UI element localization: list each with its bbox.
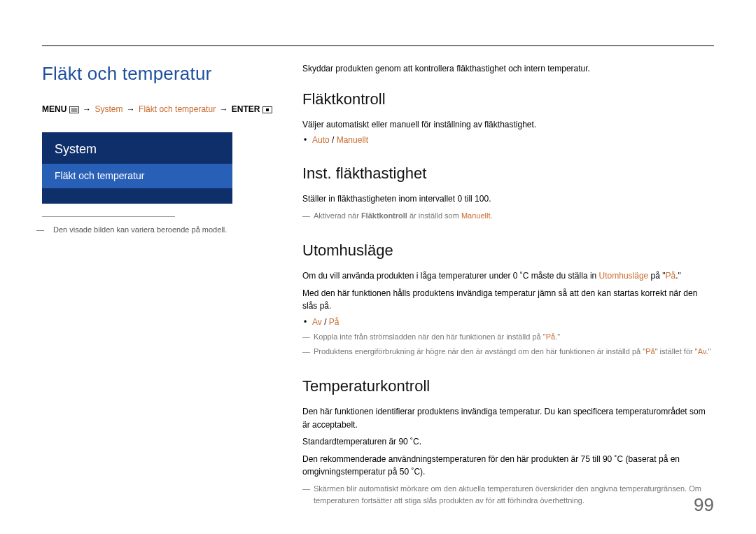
menu-panel-header: System	[42, 132, 232, 164]
option-sep: /	[330, 135, 337, 145]
section-temperaturkontroll: Temperaturkontroll Den här funktionen id…	[302, 377, 714, 507]
page-number: 99	[694, 494, 714, 516]
note2-orange2: Av	[698, 347, 706, 356]
intro-text: Skyddar produkten genom att kontrollera …	[302, 63, 714, 75]
option-sep: /	[322, 317, 329, 327]
note-orange: Manuellt	[461, 211, 491, 220]
page-title: Fläkt och temperatur	[42, 63, 277, 85]
left-footnote-text: Den visade bilden kan variera beroende p…	[53, 225, 227, 234]
section-p2: Standardtemperaturen är 90 ˚C.	[302, 435, 714, 449]
note2-a: Produktens energiförbrukning är högre nä…	[314, 347, 645, 356]
note-text: Skärmen blir automatiskt mörkare om den …	[314, 484, 701, 505]
section-inst-flakthastighet: Inst. fläkthastighet Ställer in fläkthas…	[302, 164, 714, 222]
left-column: Fläkt och temperatur MENU → System → Flä…	[42, 63, 277, 526]
menu-panel-item: Fläkt och temperatur	[42, 164, 232, 188]
note-text-c: .	[491, 211, 493, 220]
section-heading: Inst. fläkthastighet	[302, 164, 714, 183]
section-desc: Ställer in fläkthastigheten inom interva…	[302, 192, 714, 206]
breadcrumb-menu-label: MENU	[42, 104, 66, 114]
section-p2: Med den här funktionen hålls produktens …	[302, 287, 714, 313]
section-p3: Den rekommenderade användningstemperatur…	[302, 453, 714, 479]
section-p1: Om du vill använda produkten i låga temp…	[302, 269, 714, 283]
note1-orange: På	[546, 332, 555, 341]
option-pa: På	[329, 317, 340, 327]
footnote: ― Produktens energiförbrukning är högre …	[302, 346, 714, 358]
menu-panel: System Fläkt och temperatur	[42, 132, 232, 204]
note-bold: Fläktkontroll	[361, 211, 407, 220]
menu-icon	[69, 106, 79, 113]
p1-a: Om du vill använda produkten i låga temp…	[302, 271, 599, 281]
footnote-dash-icon: ―	[45, 225, 53, 234]
section-flaktkontroll: Fläktkontroll Väljer automatiskt eller m…	[302, 90, 714, 146]
section-heading: Fläktkontroll	[302, 90, 714, 108]
page-container: Fläkt och temperatur MENU → System → Flä…	[0, 0, 756, 526]
enter-icon	[262, 106, 272, 113]
footnote-dash-icon: ―	[302, 331, 310, 343]
section-utomhuslage: Utomhusläge Om du vill använda produkten…	[302, 241, 714, 358]
note2-orange1: På	[645, 347, 654, 356]
breadcrumb-system: System	[94, 104, 122, 114]
p1-b: på "	[648, 271, 665, 281]
left-footnote: ―Den visade bilden kan variera beroende …	[45, 225, 277, 234]
option-bullet: Av / På	[302, 317, 714, 327]
footnote-dash-icon: ―	[302, 346, 310, 358]
section-p1: Den här funktionen identifierar produkte…	[302, 405, 714, 431]
top-rule	[42, 45, 714, 46]
columns: Fläkt och temperatur MENU → System → Flä…	[42, 63, 714, 526]
breadcrumb-enter-label: ENTER	[232, 104, 260, 114]
option-bullet: Auto / Manuellt	[302, 135, 714, 145]
note1-b: ."	[555, 332, 560, 341]
footnote: ― Skärmen blir automatiskt mörkare om de…	[302, 483, 714, 507]
menu-panel-spacer	[42, 188, 232, 204]
footnote: ― Koppla inte från strömsladden när den …	[302, 331, 714, 343]
breadcrumb-arrow: →	[127, 104, 135, 114]
note2-b: " istället för "	[655, 347, 698, 356]
note-text-b: är inställd som	[407, 211, 461, 220]
footnote: ― Aktiverad när Fläktkontroll är inställ…	[302, 210, 714, 222]
section-heading: Utomhusläge	[302, 241, 714, 260]
note1-a: Koppla inte från strömsladden när den hä…	[314, 332, 546, 341]
breadcrumb-arrow: →	[83, 104, 91, 114]
p1-c: ."	[676, 271, 681, 281]
note-text-a: Aktiverad när	[314, 211, 361, 220]
section-heading: Temperaturkontroll	[302, 377, 714, 395]
p1-orange2: På	[666, 271, 676, 281]
p1-orange1: Utomhusläge	[599, 271, 649, 281]
note2-c: ."	[706, 347, 710, 356]
option-manuellt: Manuellt	[337, 135, 368, 145]
footnote-dash-icon: ―	[302, 210, 310, 222]
section-desc: Väljer automatiskt eller manuell för ins…	[302, 118, 714, 132]
breadcrumb-arrow: →	[219, 104, 227, 114]
breadcrumb-flakt: Fläkt och temperatur	[139, 104, 216, 114]
breadcrumb: MENU → System → Fläkt och temperatur → E…	[42, 104, 277, 114]
right-column: Skyddar produkten genom att kontrollera …	[302, 63, 714, 526]
option-av: Av	[312, 317, 322, 327]
svg-rect-5	[266, 108, 269, 111]
left-divider	[42, 216, 175, 217]
option-auto: Auto	[312, 135, 330, 145]
footnote-dash-icon: ―	[302, 483, 310, 495]
